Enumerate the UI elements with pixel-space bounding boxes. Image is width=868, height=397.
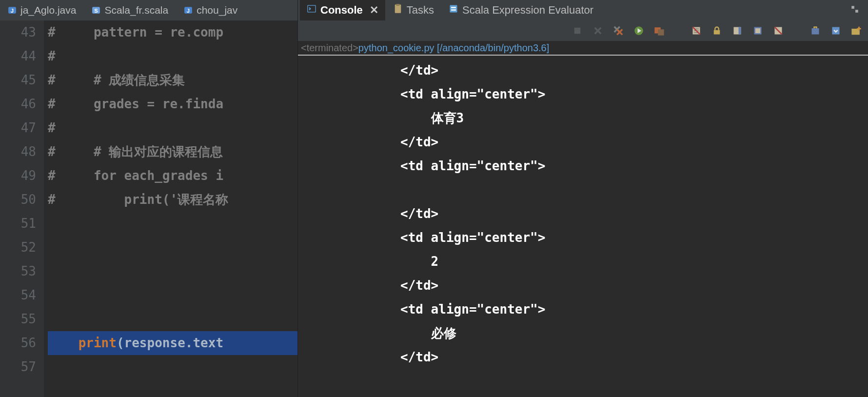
svg-rect-26 (812, 28, 819, 35)
svg-rect-12 (451, 9, 456, 11)
output-line: <td align="center"> (298, 82, 868, 106)
code-line: # (48, 116, 297, 140)
code-line (48, 307, 297, 331)
code-line: # pattern = re.comp (48, 20, 297, 44)
code-line (48, 236, 297, 259)
svg-rect-15 (574, 28, 581, 34)
tab-label: Scala Expression Evaluator (462, 4, 593, 17)
debug-switch-icon[interactable] (652, 24, 666, 38)
output-line: </td> (298, 202, 868, 226)
line-number: 47 (0, 116, 36, 140)
line-number: 44 (0, 44, 36, 68)
line-number: 56 (0, 331, 36, 355)
svg-rect-18 (658, 29, 664, 35)
tab-label: Console (320, 4, 363, 17)
output-line: 必修 (298, 321, 868, 345)
line-number: 51 (0, 212, 36, 236)
line-number: 50 (0, 188, 36, 212)
code-line (48, 212, 297, 236)
svg-text:J: J (187, 8, 190, 14)
svg-text:J: J (11, 8, 14, 14)
output-line (298, 178, 868, 202)
scala-eval-icon (449, 4, 458, 17)
tab-scala-eval[interactable]: Scala Expression Evaluator (442, 0, 600, 20)
line-number: 55 (0, 307, 36, 331)
svg-rect-10 (450, 5, 457, 13)
editor-tab-bar: J ja_Aglo.java S Scala_fr.scala J chou_j… (0, 0, 297, 20)
svg-rect-11 (451, 7, 456, 8)
line-number: 53 (0, 259, 36, 283)
code-line (48, 355, 297, 379)
output-line: <td align="center"> (298, 298, 868, 321)
line-number: 57 (0, 355, 36, 379)
editor-tab-scala-fr[interactable]: S Scala_fr.scala (87, 2, 173, 18)
editor-tab-label: chou_jav (197, 4, 237, 16)
line-number: 48 (0, 140, 36, 164)
line-number: 49 (0, 164, 36, 188)
tab-console[interactable]: Console ✕ (300, 0, 385, 20)
editor-tab-label: Scala_fr.scala (104, 4, 168, 16)
tab-label: Tasks (407, 4, 434, 17)
display-selected-icon[interactable] (751, 24, 765, 38)
code-line: # (48, 44, 297, 68)
line-number: 45 (0, 68, 36, 92)
output-line: 2 (298, 250, 868, 274)
show-console-icon[interactable] (771, 24, 785, 38)
remove-all-icon[interactable] (612, 24, 625, 38)
output-line: 体育3 (298, 106, 868, 130)
view-menu-icon[interactable] (829, 24, 843, 38)
remove-launch-icon[interactable] (591, 24, 605, 38)
console-status: <terminated> python_cookie.py [/anaconda… (298, 41, 868, 56)
output-line: <td align="center"> (298, 154, 868, 178)
editor-gutter: 43 44 45 46 47 48 49 50 51 52 53 54 55 5… (0, 20, 44, 397)
code-line (48, 283, 297, 307)
svg-rect-14 (855, 10, 858, 13)
code-line (48, 259, 297, 283)
editor-tab-chou-jav[interactable]: J chou_jav (179, 2, 242, 18)
console-output[interactable]: </td> <td align="center"> 体育3 </td> <td … (298, 56, 868, 397)
minimize-icon[interactable] (850, 5, 859, 14)
pin-icon[interactable] (730, 24, 744, 38)
code-line: # # 成绩信息采集 (48, 68, 297, 92)
stop-icon[interactable] (571, 24, 584, 38)
output-line: </td> (298, 274, 868, 298)
run-icon[interactable] (632, 24, 646, 38)
svg-rect-22 (739, 27, 741, 35)
tasks-icon (393, 4, 403, 17)
editor-tab-label: ja_Aglo.java (20, 4, 76, 16)
svg-rect-13 (851, 6, 854, 9)
console-toolbar (298, 20, 868, 41)
scala-file-icon: S (92, 6, 100, 15)
console-tab-bar: Console ✕ Tasks Scala Expression Evaluat… (298, 0, 868, 20)
run-config-link[interactable]: python_cookie.py [/anaconda/bin/python3.… (358, 42, 549, 54)
output-line: </td> (298, 130, 868, 154)
scroll-lock-icon[interactable] (710, 24, 724, 38)
output-line: </td> (298, 345, 868, 369)
svg-rect-27 (832, 27, 840, 35)
close-icon[interactable]: ✕ (370, 4, 378, 17)
console-icon (307, 4, 316, 17)
code-line: # grades = re.finda (48, 92, 297, 116)
java-file-icon: J (8, 6, 17, 15)
code-editor[interactable]: # pattern = re.comp # # # 成绩信息采集 # grade… (44, 20, 297, 397)
java-file-icon: J (184, 6, 193, 15)
svg-rect-20 (714, 30, 720, 35)
svg-rect-24 (755, 28, 760, 33)
tab-tasks[interactable]: Tasks (386, 0, 441, 20)
new-console-icon[interactable] (849, 24, 863, 38)
line-number: 52 (0, 236, 36, 259)
open-console-icon[interactable] (809, 24, 822, 38)
code-line: # for each_grades i (48, 164, 297, 188)
output-line: </td> (298, 59, 868, 82)
editor-tab-ja-aglo[interactable]: J ja_Aglo.java (3, 2, 81, 18)
svg-text:S: S (95, 8, 99, 14)
line-number: 54 (0, 283, 36, 307)
terminated-label: <terminated> (301, 42, 358, 54)
line-number: 46 (0, 92, 36, 116)
output-line: <td align="center"> (298, 226, 868, 250)
line-number: 43 (0, 20, 36, 44)
code-line: # # 输出对应的课程信息 (48, 140, 297, 164)
code-line: # print('课程名称 (48, 188, 297, 212)
clear-icon[interactable] (690, 24, 703, 38)
svg-rect-7 (308, 6, 316, 12)
